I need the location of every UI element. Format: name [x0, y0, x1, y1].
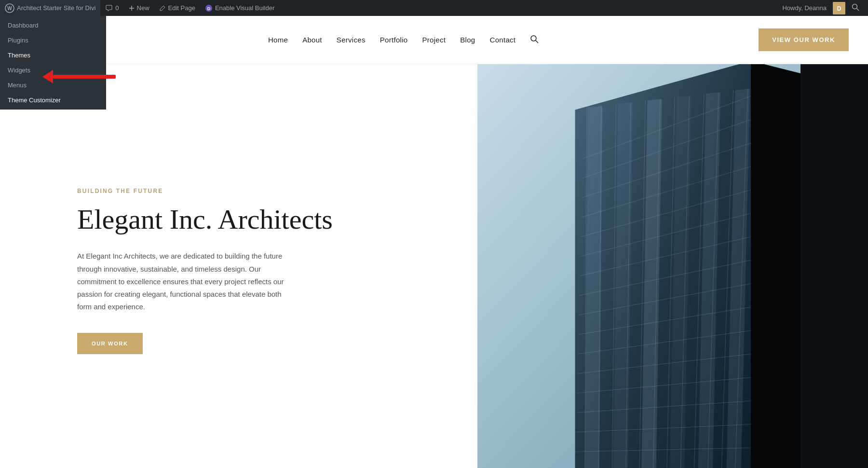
svg-text:D: D — [837, 5, 841, 12]
admin-bar-right: Howdy, Deanna D — [778, 2, 868, 14]
hero-title: Elegant Inc. Architects — [77, 204, 448, 235]
comments-count: 0 — [115, 4, 119, 12]
building-image — [477, 64, 868, 468]
dropdown-item-themes[interactable]: Themes — [0, 48, 106, 63]
arrow-annotation — [43, 70, 116, 83]
svg-text:W: W — [7, 6, 12, 11]
svg-point-8 — [853, 4, 857, 9]
nav-home[interactable]: Home — [268, 36, 288, 44]
hero-section: BUILDING THE FUTURE Elegant Inc. Archite… — [0, 64, 868, 468]
arrow-shaft — [53, 75, 116, 79]
comments-item[interactable]: 0 — [100, 0, 123, 16]
dark-side-panel — [800, 64, 868, 468]
dropdown-item-plugins[interactable]: Plugins — [0, 33, 106, 48]
search-icon — [852, 3, 859, 11]
hero-left: BUILDING THE FUTURE Elegant Inc. Archite… — [0, 64, 477, 468]
avatar[interactable]: D — [833, 2, 845, 14]
nav-search-icon[interactable] — [530, 35, 539, 45]
dropdown-item-theme-customizer[interactable]: Theme Customizer — [0, 93, 106, 108]
howdy-text: Howdy, Deanna — [778, 4, 830, 12]
nav-about[interactable]: About — [302, 36, 322, 44]
edit-page-label: Edit Page — [168, 4, 195, 12]
hero-description: At Elegant Inc Architects, we are dedica… — [77, 250, 294, 313]
svg-marker-43 — [585, 106, 602, 468]
appearance-dropdown: Dashboard Plugins Themes Widgets Menus T… — [0, 16, 106, 110]
visual-builder-label: Enable Visual Builder — [215, 4, 274, 12]
svg-line-11 — [536, 41, 538, 43]
edit-icon — [159, 5, 166, 12]
svg-text:D: D — [207, 6, 211, 11]
admin-search-icon[interactable] — [848, 3, 863, 13]
hero-subtitle: BUILDING THE FUTURE — [77, 188, 448, 194]
hero-cta-button[interactable]: OUR WORK — [77, 333, 143, 354]
wp-logo-item[interactable]: W Architect Starter Site for Divi — [0, 0, 100, 16]
site-title-text: Architect Starter Site for Divi — [17, 4, 95, 12]
nav-blog[interactable]: Blog — [460, 36, 475, 44]
divi-icon: D — [205, 4, 213, 12]
arrow-head — [42, 70, 53, 83]
new-item[interactable]: New — [124, 0, 154, 16]
plus-icon — [129, 5, 135, 11]
dropdown-item-dashboard[interactable]: Dashboard — [0, 18, 106, 33]
site-content: D Home About Services Portfolio Project … — [0, 16, 868, 468]
admin-bar-left: W Architect Starter Site for Divi 0 New … — [0, 0, 279, 16]
view-our-work-button[interactable]: VIEW OUR WORK — [759, 28, 849, 51]
hero-right — [477, 64, 868, 468]
site-nav: Home About Services Portfolio Project Bl… — [268, 35, 539, 45]
nav-services[interactable]: Services — [337, 36, 366, 44]
svg-line-9 — [857, 9, 859, 11]
nav-contact[interactable]: Contact — [490, 36, 516, 44]
avatar-image: D — [833, 2, 845, 14]
wp-logo-icon: W — [5, 3, 14, 13]
nav-portfolio[interactable]: Portfolio — [380, 36, 408, 44]
edit-page-item[interactable]: Edit Page — [154, 0, 200, 16]
enable-visual-builder-item[interactable]: D Enable Visual Builder — [200, 0, 279, 16]
new-label: New — [137, 4, 149, 12]
admin-bar: W Architect Starter Site for Divi 0 New … — [0, 0, 868, 16]
svg-point-10 — [531, 36, 536, 41]
nav-project[interactable]: Project — [422, 36, 446, 44]
comments-icon — [105, 4, 113, 12]
site-header: D Home About Services Portfolio Project … — [0, 16, 868, 64]
